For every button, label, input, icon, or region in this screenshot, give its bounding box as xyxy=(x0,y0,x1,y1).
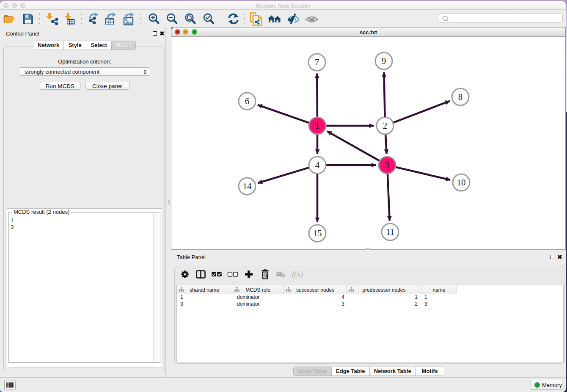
svg-text:14: 14 xyxy=(243,181,252,191)
svg-text:15: 15 xyxy=(313,228,322,238)
svg-text:6: 6 xyxy=(245,96,250,106)
svg-text:11: 11 xyxy=(386,227,394,237)
svg-text:8: 8 xyxy=(458,92,463,102)
svg-text:1: 1 xyxy=(315,121,320,131)
svg-text:9: 9 xyxy=(382,56,386,66)
svg-text:f(x): f(x) xyxy=(292,270,303,279)
svg-text:2: 2 xyxy=(383,121,388,131)
svg-text:10: 10 xyxy=(457,177,466,188)
svg-text:3: 3 xyxy=(385,160,390,170)
svg-text:4: 4 xyxy=(315,160,320,170)
svg-text:7: 7 xyxy=(315,57,319,67)
